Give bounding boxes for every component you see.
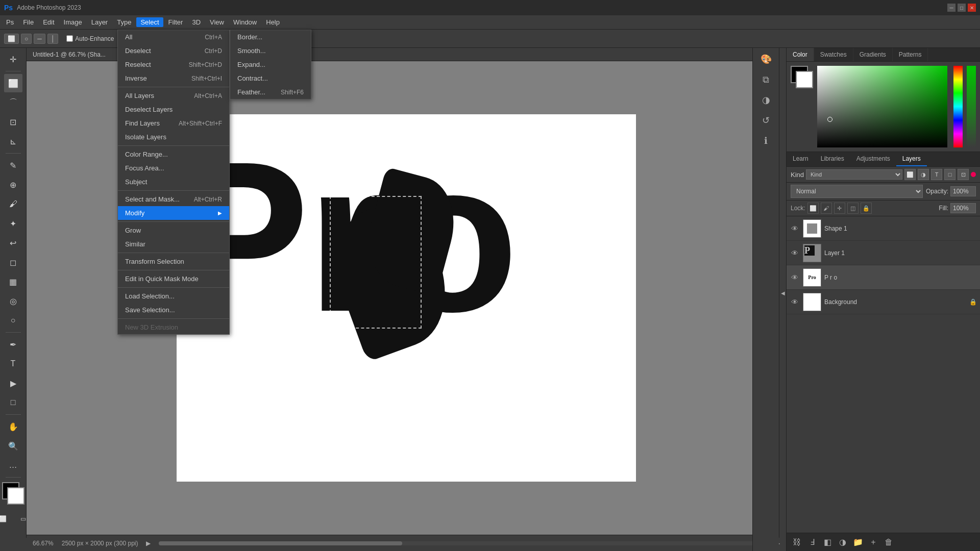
- maximize-button[interactable]: □: [958, 4, 966, 12]
- tab-swatches[interactable]: Swatches: [814, 48, 853, 61]
- background-color[interactable]: [7, 487, 24, 505]
- marquee-tool-rect[interactable]: ⬜: [4, 34, 19, 44]
- path-selection-tool[interactable]: ▶: [4, 374, 22, 392]
- close-button[interactable]: ✕: [968, 4, 976, 12]
- menu-item-all-layers[interactable]: All Layers Alt+Ctrl+A: [118, 89, 229, 103]
- menu-item-reselect[interactable]: Reselect Shift+Ctrl+D: [118, 58, 229, 71]
- opacity-input[interactable]: [950, 186, 976, 196]
- eyedropper-tool[interactable]: ✎: [4, 156, 22, 174]
- menu-type[interactable]: Type: [113, 17, 135, 27]
- menu-item-subject[interactable]: Subject: [118, 175, 229, 189]
- history-icon[interactable]: ↺: [757, 111, 775, 130]
- blur-tool[interactable]: ◎: [4, 292, 22, 310]
- layer-visibility-pro[interactable]: 👁: [790, 272, 800, 283]
- layer-item-shape1[interactable]: 👁 Shape 1: [787, 216, 980, 241]
- menu-item-quick-mask[interactable]: Edit in Quick Mask Mode: [118, 272, 229, 286]
- hue-bar[interactable]: [953, 66, 963, 147]
- menu-item-deselect-layers[interactable]: Deselect Layers: [118, 103, 229, 116]
- layer-item-layer1[interactable]: 👁 P Layer 1: [787, 241, 980, 265]
- modify-expand[interactable]: Expand...: [230, 58, 311, 71]
- menu-item-find-layers[interactable]: Find Layers Alt+Shift+Ctrl+F: [118, 116, 229, 130]
- bg-color-swatch[interactable]: [796, 71, 813, 88]
- marquee-tool-ellipse[interactable]: ○: [21, 34, 32, 44]
- history-brush-tool[interactable]: ↩: [4, 234, 22, 252]
- menu-item-inverse[interactable]: Inverse Shift+Ctrl+I: [118, 71, 229, 85]
- menu-item-save-selection[interactable]: Save Selection...: [118, 303, 229, 317]
- nav-arrow[interactable]: ▶: [146, 540, 151, 547]
- modify-border[interactable]: Border...: [230, 30, 311, 44]
- menu-image[interactable]: Image: [60, 17, 86, 27]
- brush-tool[interactable]: 🖌: [4, 195, 22, 213]
- object-selection-tool[interactable]: ⊡: [4, 113, 22, 131]
- color-gradient-field[interactable]: [817, 66, 947, 147]
- hand-tool[interactable]: ✋: [4, 417, 22, 436]
- menu-3d[interactable]: 3D: [188, 17, 205, 27]
- shape-tool[interactable]: □: [4, 393, 22, 412]
- menu-window[interactable]: Window: [229, 17, 261, 27]
- menu-item-focus-area[interactable]: Focus Area...: [118, 161, 229, 175]
- minimize-button[interactable]: ─: [947, 4, 955, 12]
- filter-adjust-icon[interactable]: ◑: [918, 169, 929, 180]
- quick-mask-button[interactable]: ⬜: [0, 510, 12, 528]
- right-collapse[interactable]: ◀: [779, 48, 786, 538]
- lock-all-btn[interactable]: 🔒: [861, 203, 872, 214]
- lock-transparent-btn[interactable]: ⬜: [807, 203, 819, 214]
- pen-tool[interactable]: ✒: [4, 335, 22, 354]
- menu-item-isolate-layers[interactable]: Isolate Layers: [118, 130, 229, 144]
- menu-item-transform-selection[interactable]: Transform Selection: [118, 255, 229, 268]
- marquee-tool-single-col[interactable]: │: [47, 34, 59, 44]
- menu-edit[interactable]: Edit: [39, 17, 58, 27]
- layers-panel-icon[interactable]: ⧉: [757, 70, 775, 89]
- menu-item-grow[interactable]: Grow: [118, 223, 229, 237]
- menu-view[interactable]: View: [206, 17, 228, 27]
- menu-item-all[interactable]: All Ctrl+A: [118, 30, 229, 44]
- layer-visibility-background[interactable]: 👁: [790, 297, 800, 307]
- modify-contract[interactable]: Contract...: [230, 71, 311, 85]
- fill-input[interactable]: [950, 203, 976, 213]
- add-mask-btn[interactable]: ◧: [821, 536, 834, 548]
- modify-feather[interactable]: Feather... Shift+F6: [230, 85, 311, 99]
- layer-visibility-layer1[interactable]: 👁: [790, 248, 800, 258]
- auto-enhance-checkbox[interactable]: [66, 35, 73, 42]
- tab-learn[interactable]: Learn: [787, 152, 815, 166]
- dodge-tool[interactable]: ○: [4, 311, 22, 330]
- scroll-thumb[interactable]: [159, 541, 402, 545]
- menu-ps[interactable]: Ps: [2, 17, 18, 27]
- healing-brush-tool[interactable]: ⊕: [4, 176, 22, 194]
- layer-visibility-shape1[interactable]: 👁: [790, 223, 800, 234]
- menu-filter[interactable]: Filter: [164, 17, 187, 27]
- stamp-tool[interactable]: ✦: [4, 214, 22, 233]
- filter-type-icon[interactable]: T: [931, 169, 942, 180]
- tab-gradients[interactable]: Gradients: [853, 48, 893, 61]
- alpha-bar[interactable]: [967, 66, 976, 147]
- scroll-bar[interactable]: [159, 541, 767, 545]
- menu-item-similar[interactable]: Similar: [118, 237, 229, 251]
- tab-libraries[interactable]: Libraries: [815, 152, 850, 166]
- tab-adjustments[interactable]: Adjustments: [850, 152, 896, 166]
- menu-layer[interactable]: Layer: [87, 17, 112, 27]
- type-tool[interactable]: T: [4, 355, 22, 373]
- filter-toggle-dot[interactable]: [971, 172, 976, 177]
- add-style-btn[interactable]: Ⅎ: [806, 536, 818, 548]
- menu-item-deselect[interactable]: Deselect Ctrl+D: [118, 44, 229, 58]
- delete-layer-btn[interactable]: 🗑: [883, 536, 895, 548]
- link-layers-btn[interactable]: ⛓: [791, 536, 803, 548]
- lock-image-btn[interactable]: 🖌: [821, 203, 832, 214]
- filter-pixel-icon[interactable]: ⬜: [904, 169, 916, 180]
- zoom-tool[interactable]: 🔍: [4, 437, 22, 455]
- adjustments-icon[interactable]: ◑: [757, 91, 775, 109]
- create-group-btn[interactable]: 📁: [852, 536, 864, 548]
- blend-mode-select[interactable]: Normal Dissolve Multiply Screen Overlay: [791, 185, 923, 198]
- eraser-tool[interactable]: ◻: [4, 253, 22, 271]
- marquee-tool[interactable]: ⬜: [4, 74, 22, 92]
- tab-layers[interactable]: Layers: [896, 152, 927, 166]
- menu-help[interactable]: Help: [262, 17, 284, 27]
- modify-smooth[interactable]: Smooth...: [230, 44, 311, 58]
- layer-item-background[interactable]: 👁 Background 🔒: [787, 290, 980, 314]
- tab-patterns[interactable]: Patterns: [893, 48, 928, 61]
- create-layer-btn[interactable]: +: [867, 536, 879, 548]
- marquee-tool-single-row[interactable]: ─: [34, 34, 45, 44]
- filter-shape-icon[interactable]: □: [944, 169, 955, 180]
- filter-smart-icon[interactable]: ⊡: [958, 169, 969, 180]
- menu-select[interactable]: Select: [136, 17, 163, 27]
